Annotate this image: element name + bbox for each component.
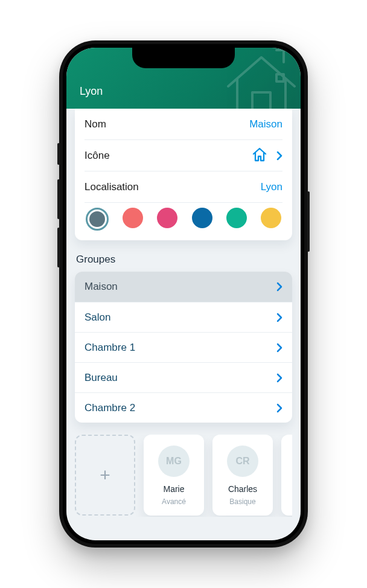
detail-label-location: Localisation [85,181,139,193]
color-swatch-yellow[interactable] [261,208,281,228]
group-item[interactable]: Chambre 2 [75,392,292,423]
add-user-button[interactable]: + [75,435,135,516]
detail-label-name: Nom [85,118,106,130]
chevron-right-icon [276,373,282,383]
chevron-right-icon [276,343,282,353]
volume-down-button [57,228,60,267]
notch [132,48,235,68]
group-item-label: Maison [85,281,118,293]
color-swatch-coral[interactable] [123,208,143,228]
color-swatch-slate[interactable] [86,208,109,231]
user-name: Charles [228,484,257,494]
detail-row-icon[interactable]: Icône [85,140,282,171]
user-card[interactable]: MGMarieAvancé [144,435,204,516]
color-swatch-pink[interactable] [157,208,177,228]
power-button [307,191,310,252]
group-item-label: Bureau [85,372,118,384]
user-card[interactable]: CRCharlesBasique [212,435,273,516]
chevron-right-icon [276,282,282,292]
detail-row-location[interactable]: Localisation Lyon [85,171,282,203]
screen: Lyon Nom Maison Icône [66,48,301,540]
detail-label-icon: Icône [85,150,110,162]
color-swatch-row [85,203,282,232]
color-swatch-blue[interactable] [192,208,212,228]
group-item[interactable]: Maison [75,272,292,302]
user-name: Marie [163,484,184,494]
users-row: +MGMarieAvancéCRCharlesBasiqueP [75,435,292,517]
chevron-right-icon [276,313,282,322]
details-card: Nom Maison Icône [75,109,292,240]
user-role: Basique [229,497,255,506]
groups-section-title: Groupes [76,254,291,266]
group-item[interactable]: Salon [75,302,292,332]
home-icon [251,146,268,165]
group-list: MaisonSalonChambre 1BureauChambre 2 [75,272,292,423]
detail-value-name: Maison [249,118,282,130]
user-role: Avancé [162,497,186,506]
chevron-right-icon [276,403,282,413]
avatar: CR [227,446,258,477]
avatar: MG [158,446,190,477]
group-item-label: Chambre 1 [85,342,135,354]
group-item-label: Chambre 2 [85,402,135,414]
groups-section: Groupes MaisonSalonChambre 1BureauChambr… [75,254,292,423]
color-swatch-teal[interactable] [226,208,247,228]
group-item-label: Salon [85,312,110,324]
chevron-right-icon [276,151,282,161]
mute-switch [57,143,60,165]
detail-value-location: Lyon [261,181,282,193]
user-card[interactable]: P [281,435,292,516]
phone-frame: Lyon Nom Maison Icône [59,40,308,548]
volume-up-button [57,179,60,219]
group-item[interactable]: Chambre 1 [75,332,292,362]
group-item[interactable]: Bureau [75,362,292,392]
